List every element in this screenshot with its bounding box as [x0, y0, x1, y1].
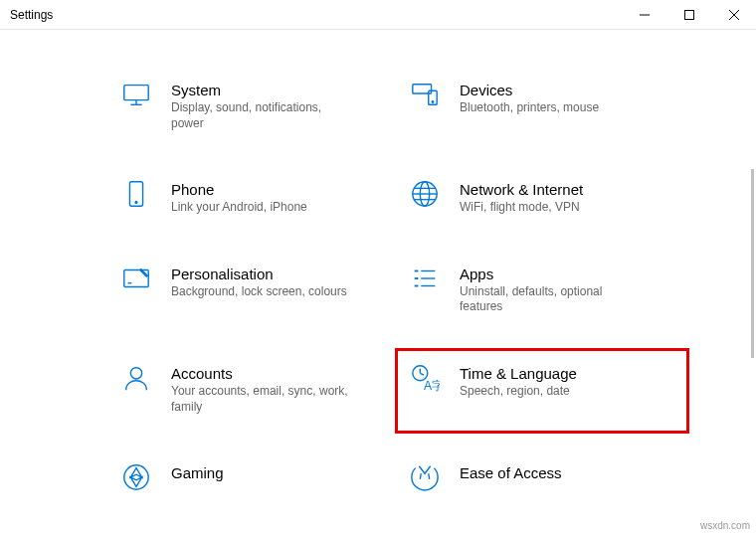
category-desc: Display, sound, notifications, power: [171, 100, 350, 131]
maximize-icon: [684, 10, 694, 20]
category-ease-of-access[interactable]: Ease of Access: [408, 462, 676, 496]
category-title: Personalisation: [171, 266, 347, 282]
category-desc: Speech, region, date: [460, 384, 577, 400]
svg-rect-4: [124, 86, 148, 100]
category-personalisation[interactable]: PersonalisationBackground, lock screen, …: [119, 264, 388, 315]
time-language-icon: A字: [408, 363, 442, 397]
network-icon: [408, 179, 442, 213]
svg-point-9: [432, 101, 434, 103]
scrollbar[interactable]: [751, 169, 754, 358]
window-title: Settings: [10, 8, 53, 22]
system-icon: [119, 80, 153, 113]
category-title: Gaming: [171, 464, 224, 481]
svg-line-27: [420, 373, 424, 375]
category-title: Devices: [460, 82, 599, 98]
category-title: Phone: [171, 181, 307, 198]
category-title: Network & Internet: [460, 181, 583, 198]
close-icon: [729, 10, 739, 20]
category-desc: WiFi, flight mode, VPN: [460, 200, 583, 216]
svg-rect-1: [684, 10, 693, 19]
category-phone[interactable]: PhoneLink your Android, iPhone: [119, 179, 388, 216]
ease-of-access-icon: [408, 462, 442, 496]
personalisation-icon: [119, 264, 153, 297]
category-title: System: [171, 82, 350, 98]
settings-grid: SystemDisplay, sound, notifications, pow…: [0, 30, 756, 496]
minimize-icon: [640, 10, 650, 20]
category-desc: Background, lock screen, colours: [171, 284, 347, 300]
devices-icon: [408, 80, 442, 113]
svg-point-24: [130, 368, 141, 379]
category-desc: Your accounts, email, sync, work, family: [171, 384, 350, 415]
category-desc: Link your Android, iPhone: [171, 200, 307, 216]
category-time-language[interactable]: A字Time & LanguageSpeech, region, date: [398, 351, 686, 431]
apps-icon: [408, 264, 442, 297]
svg-point-11: [135, 202, 137, 204]
category-desc: Uninstall, defaults, optional features: [460, 284, 639, 315]
category-gaming[interactable]: Gaming: [119, 462, 388, 496]
accounts-icon: [119, 363, 153, 397]
category-apps[interactable]: AppsUninstall, defaults, optional featur…: [408, 264, 676, 315]
close-button[interactable]: [711, 0, 756, 30]
category-desc: Bluetooth, printers, mouse: [460, 100, 599, 116]
category-title: Ease of Access: [460, 464, 562, 481]
titlebar: Settings: [0, 0, 756, 30]
category-title: Accounts: [171, 365, 350, 382]
watermark: wsxdn.com: [700, 520, 750, 531]
phone-icon: [119, 179, 153, 213]
category-system[interactable]: SystemDisplay, sound, notifications, pow…: [119, 80, 388, 131]
category-network[interactable]: Network & InternetWiFi, flight mode, VPN: [408, 179, 676, 216]
maximize-button[interactable]: [666, 0, 711, 30]
category-accounts[interactable]: AccountsYour accounts, email, sync, work…: [119, 363, 388, 415]
category-devices[interactable]: DevicesBluetooth, printers, mouse: [408, 80, 676, 131]
minimize-button[interactable]: [622, 0, 666, 30]
category-title: Apps: [460, 266, 639, 282]
svg-text:A字: A字: [424, 379, 440, 393]
gaming-icon: [119, 462, 153, 496]
category-title: Time & Language: [460, 365, 577, 382]
